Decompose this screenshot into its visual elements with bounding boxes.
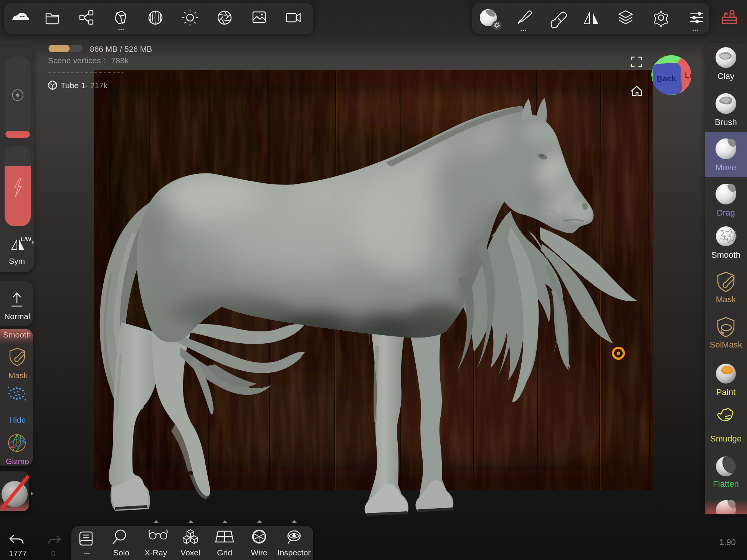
svg-text:Brush: Brush xyxy=(715,117,737,127)
svg-text:L/W: L/W xyxy=(21,236,31,242)
svg-text:Back: Back xyxy=(656,74,676,84)
svg-text:Sym: Sym xyxy=(9,257,25,265)
svg-text:1777: 1777 xyxy=(9,549,27,558)
svg-text:0: 0 xyxy=(51,549,56,558)
svg-text:Voxel: Voxel xyxy=(180,548,200,557)
svg-text:Drag: Drag xyxy=(717,208,735,217)
svg-text:Hide: Hide xyxy=(9,415,26,424)
svg-text:Clay: Clay xyxy=(717,71,734,81)
svg-text:1.90: 1.90 xyxy=(719,537,736,547)
svg-text:Gizmo: Gizmo xyxy=(6,457,29,466)
svg-text:· 217k: · 217k xyxy=(85,81,108,90)
svg-text:Paint: Paint xyxy=(716,387,735,397)
svg-text:Smooth: Smooth xyxy=(711,250,740,260)
svg-text:Mask: Mask xyxy=(8,371,28,380)
svg-text:Move: Move xyxy=(716,163,736,172)
svg-text:Solo: Solo xyxy=(113,548,129,557)
svg-text:866 MB / 526 MB: 866 MB / 526 MB xyxy=(90,44,152,53)
svg-text:Mask: Mask xyxy=(716,295,737,304)
svg-text:Grid: Grid xyxy=(217,548,232,557)
svg-text:Wire: Wire xyxy=(251,548,267,557)
svg-text:Tube 1: Tube 1 xyxy=(61,81,86,90)
svg-text:Flatten: Flatten xyxy=(713,479,739,489)
svg-text:Smooth: Smooth xyxy=(3,330,31,339)
svg-text:Smudge: Smudge xyxy=(710,434,742,443)
svg-text:Scene vertices： 788k: Scene vertices： 788k xyxy=(48,56,129,65)
svg-text:X-Ray: X-Ray xyxy=(145,548,167,557)
svg-text:Normal: Normal xyxy=(4,312,30,321)
svg-text:SelMask: SelMask xyxy=(710,340,742,349)
svg-text:Le: Le xyxy=(685,71,694,79)
svg-text:Inspector: Inspector xyxy=(278,548,311,557)
